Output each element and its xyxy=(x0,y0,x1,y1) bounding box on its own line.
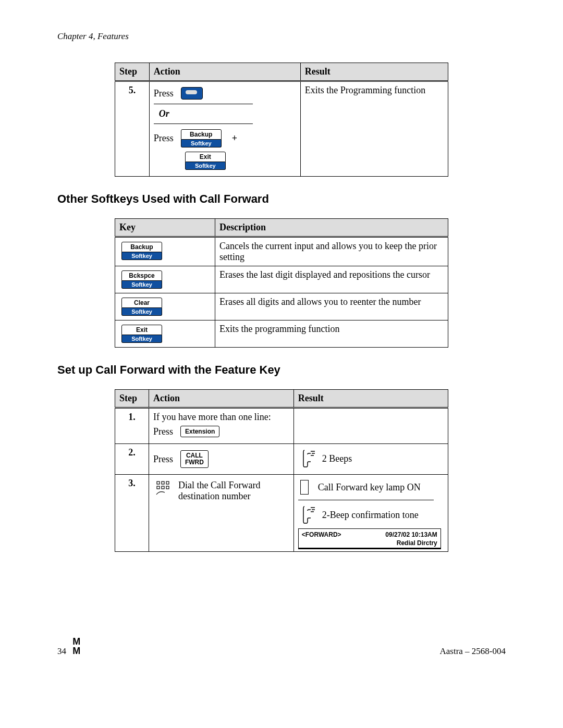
svg-rect-1 xyxy=(162,482,164,484)
step-table-1: Step Action Result 5. Press Or xyxy=(115,63,448,177)
call-fwrd-key: CALLFWRD xyxy=(180,450,209,468)
section-heading: Other Softkeys Used with Call Forward xyxy=(57,192,506,206)
table-row: BackupSoftkey Cancels the current input … xyxy=(115,237,448,266)
result-text: 2-Beep confirmation tone xyxy=(322,510,419,521)
extension-key: Extension xyxy=(180,426,219,437)
result-text: Call Forward key lamp ON xyxy=(318,482,421,493)
table-row: 5. Press Or Press Backup xyxy=(115,81,448,177)
svg-rect-0 xyxy=(157,482,160,484)
step-table-2: Step Action Result 1. If you have more t… xyxy=(115,389,448,552)
table-row: ExitSoftkey Exits the programming functi… xyxy=(115,320,448,348)
step-number: 3. xyxy=(115,475,149,552)
desc-cell: Cancels the current input and allows you… xyxy=(215,237,448,266)
step-number: 1. xyxy=(115,408,149,444)
softkey-table: Key Description BackupSoftkey Cancels th… xyxy=(115,218,448,348)
svg-rect-2 xyxy=(166,482,169,484)
plus-icon: + xyxy=(232,133,237,144)
or-label: Or xyxy=(159,108,296,119)
logo: MM xyxy=(72,637,80,656)
chapter-header: Chapter 4, Features xyxy=(57,31,506,42)
header-step: Step xyxy=(115,63,150,81)
press-label: Press xyxy=(154,88,174,99)
step-number: 5. xyxy=(115,81,150,177)
keypad-icon xyxy=(155,480,171,496)
press-label: Press xyxy=(153,454,173,465)
svg-rect-3 xyxy=(157,486,160,489)
action-text: If you have more than one line: xyxy=(153,412,289,423)
hookswitch-icon xyxy=(181,87,203,100)
backup-softkey: BackupSoftkey xyxy=(121,242,162,260)
action-text: Dial the Call Forward destination number xyxy=(178,480,289,502)
svg-rect-5 xyxy=(166,486,169,489)
lcd-display: <FORWARD> 09/27/02 10:13AM Redial Dirctr… xyxy=(298,528,441,548)
press-label: Press xyxy=(154,133,174,144)
desc-cell: Erases the last digit displayed and repo… xyxy=(215,266,448,293)
header-step: Step xyxy=(115,390,149,408)
lcd-left: <FORWARD> xyxy=(302,531,341,538)
header-key: Key xyxy=(115,219,215,237)
header-desc: Description xyxy=(215,219,448,237)
clear-softkey: ClearSoftkey xyxy=(121,298,162,316)
lcd-right: 09/27/02 10:13AM xyxy=(385,531,437,538)
lamp-icon xyxy=(300,480,309,495)
table-row: 2. Press CALLFWRD 2 Beeps xyxy=(115,444,448,475)
svg-rect-4 xyxy=(162,486,164,489)
desc-cell: Exits the programming function xyxy=(215,320,448,348)
header-result: Result xyxy=(293,390,448,408)
lcd-line2: Redial Dirctry xyxy=(302,539,437,547)
header-action: Action xyxy=(149,390,293,408)
result-cell: Exits the Programming function xyxy=(300,81,448,177)
handset-icon xyxy=(300,449,316,468)
page-footer: 34 MM Aastra – 2568-004 xyxy=(57,637,506,657)
desc-cell: Erases all digits and allows you to reen… xyxy=(215,293,448,320)
bckspce-softkey: BckspceSoftkey xyxy=(121,270,162,289)
step-number: 2. xyxy=(115,444,149,475)
header-result: Result xyxy=(300,63,448,81)
table-row: BckspceSoftkey Erases the last digit dis… xyxy=(115,266,448,293)
section-heading: Set up Call Forward with the Feature Key xyxy=(57,363,506,377)
result-text: 2 Beeps xyxy=(322,453,352,464)
backup-softkey: Backup Softkey xyxy=(181,129,222,147)
page-number: 34 xyxy=(57,646,66,656)
handset-icon xyxy=(300,505,316,524)
exit-softkey: ExitSoftkey xyxy=(121,325,162,343)
exit-softkey: Exit Softkey xyxy=(185,152,226,170)
table-row: ClearSoftkey Erases all digits and allow… xyxy=(115,293,448,320)
doc-id: Aastra – 2568-004 xyxy=(439,646,506,657)
header-action: Action xyxy=(149,63,300,81)
result-cell xyxy=(293,408,448,444)
table-row: 3. Dial the Call Forward de xyxy=(115,475,448,552)
table-row: 1. If you have more than one line: Press… xyxy=(115,408,448,444)
press-label: Press xyxy=(153,426,173,437)
